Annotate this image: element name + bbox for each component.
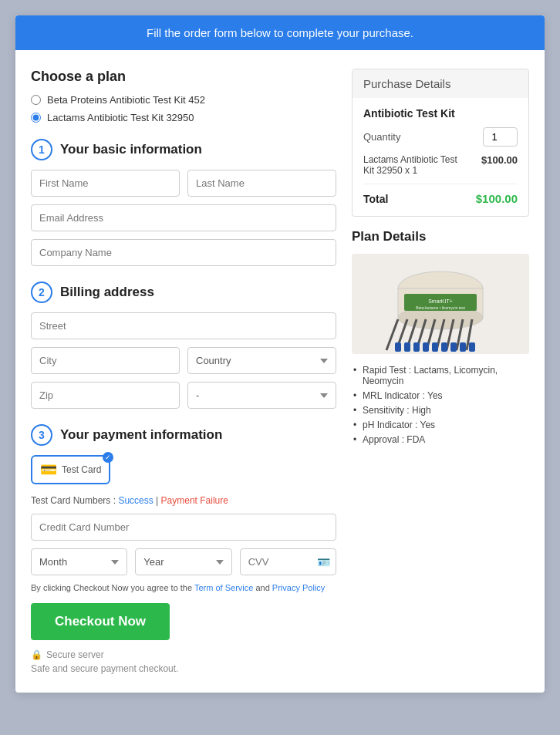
state-field: - — [187, 382, 336, 409]
state-select[interactable]: - — [187, 382, 336, 409]
success-link[interactable]: Success — [118, 495, 153, 506]
purchase-details-title: Purchase Details — [353, 69, 528, 98]
plan-lactams-label: Lactams Antibiotic Test Kit 32950 — [47, 112, 194, 123]
company-field — [31, 239, 336, 266]
country-field: Country United States Canada — [187, 347, 336, 374]
cc-number-input[interactable] — [31, 514, 336, 541]
step3-label: Your payment information — [60, 427, 222, 443]
selected-checkmark: ✓ — [103, 452, 113, 463]
cc-number-field — [31, 514, 336, 541]
checkout-button[interactable]: Checkout Now — [31, 603, 170, 640]
quantity-row: Quantity — [363, 127, 518, 147]
city-input[interactable] — [31, 347, 180, 374]
name-row — [31, 170, 336, 197]
total-divider — [363, 184, 518, 184]
first-name-field — [31, 170, 180, 197]
svg-rect-18 — [413, 342, 420, 352]
product-name: Antibiotic Test Kit — [363, 107, 518, 120]
credit-card-icon: 💳 — [40, 461, 57, 478]
email-row — [31, 204, 336, 231]
plan-features: Rapid Test : Lactams, Licomycin, Neomyci… — [352, 365, 529, 445]
plan-beta-label: Beta Proteins Antibiotic Test Kit 452 — [47, 94, 205, 106]
svg-rect-22 — [450, 342, 457, 352]
month-field: Month 01 02 03 04 05 06 07 08 09 10 11 1… — [31, 548, 127, 575]
month-select[interactable]: Month 01 02 03 04 05 06 07 08 09 10 11 1… — [31, 548, 127, 575]
email-input[interactable] — [31, 204, 336, 231]
choose-plan-title: Choose a plan — [31, 69, 336, 85]
failure-link[interactable]: Payment Failure — [161, 495, 228, 506]
street-input[interactable] — [31, 312, 336, 339]
payment-cards: 💳 Test Card ✓ — [31, 455, 336, 484]
secure-label: Secure server — [46, 649, 104, 660]
main-content: Choose a plan Beta Proteins Antibiotic T… — [15, 50, 545, 693]
plan-radio-beta[interactable] — [31, 95, 41, 105]
cvv-card-icon: 🪪 — [317, 556, 330, 568]
plan-radio-lactams[interactable] — [31, 113, 41, 123]
purchase-details-box: Purchase Details Antibiotic Test Kit Qua… — [352, 69, 529, 217]
cvv-field: 🪪 — [240, 548, 336, 575]
step3-heading: 3 Your payment information — [31, 424, 336, 446]
privacy-link[interactable]: Privacy Policy — [272, 583, 325, 592]
svg-rect-19 — [423, 342, 429, 352]
total-label: Total — [363, 193, 388, 205]
first-name-input[interactable] — [31, 170, 180, 197]
banner-text: Fill the order form below to complete yo… — [147, 26, 413, 39]
country-select[interactable]: Country United States Canada — [187, 347, 336, 374]
year-select[interactable]: Year 2024 2025 2026 2027 2028 — [135, 548, 231, 575]
total-price: $100.00 — [476, 192, 518, 205]
svg-rect-23 — [460, 342, 466, 352]
feature-5: Approval : FDA — [352, 434, 529, 445]
company-row — [31, 239, 336, 266]
svg-rect-21 — [441, 342, 447, 352]
street-row — [31, 312, 336, 339]
plan-details: Plan Details SmarKIT+ Beta-lactams • lic… — [352, 229, 529, 445]
svg-text:SmarKIT+: SmarKIT+ — [428, 298, 453, 304]
zip-field — [31, 382, 180, 409]
secure-info: 🔒 Secure server — [31, 649, 336, 660]
step3-circle: 3 — [31, 424, 52, 446]
zip-state-row: - — [31, 382, 336, 409]
item-price: $100.00 — [481, 154, 518, 166]
feature-3: Sensitivity : High — [352, 405, 529, 416]
lock-icon: 🔒 — [31, 649, 42, 660]
svg-rect-16 — [395, 342, 401, 352]
item-name: Lactams Antibiotic TestKit 32950 x 1 — [363, 154, 457, 176]
step2-heading: 2 Billing address — [31, 282, 336, 303]
city-country-row: Country United States Canada — [31, 347, 336, 374]
plan-option-beta[interactable]: Beta Proteins Antibiotic Test Kit 452 — [31, 94, 336, 106]
feature-1: Rapid Test : Lactams, Licomycin, Neomyci… — [352, 365, 529, 386]
step2-label: Billing address — [60, 285, 154, 300]
left-column: Choose a plan Beta Proteins Antibiotic T… — [31, 69, 336, 674]
feature-2: MRL Indicator : Yes — [352, 390, 529, 401]
test-card-option[interactable]: 💳 Test Card ✓ — [31, 455, 110, 484]
email-field — [31, 204, 336, 231]
quantity-label: Quantity — [363, 131, 400, 143]
plan-option-lactams[interactable]: Lactams Antibiotic Test Kit 32950 — [31, 112, 336, 123]
plan-details-title: Plan Details — [352, 229, 529, 244]
year-field: Year 2024 2025 2026 2027 2028 — [135, 548, 231, 575]
svg-rect-20 — [432, 342, 438, 352]
svg-rect-17 — [404, 342, 410, 352]
item-row: Lactams Antibiotic TestKit 32950 x 1 $10… — [363, 154, 518, 176]
last-name-input[interactable] — [187, 170, 336, 197]
step1-label: Your basic information — [60, 142, 202, 157]
test-card-label: Test Card — [62, 464, 101, 475]
page-wrapper: Fill the order form below to complete yo… — [15, 15, 545, 693]
street-field — [31, 312, 336, 339]
total-row: Total $100.00 — [363, 192, 518, 205]
city-field — [31, 347, 180, 374]
terms-text: By clicking Checkout Now you agree to th… — [31, 583, 336, 592]
right-column: Purchase Details Antibiotic Test Kit Qua… — [352, 69, 529, 674]
last-name-field — [187, 170, 336, 197]
kit-image: SmarKIT+ Beta-lactams • licomycin test — [352, 254, 529, 354]
step1-heading: 1 Your basic information — [31, 139, 336, 160]
svg-text:Beta-lactams • licomycin test: Beta-lactams • licomycin test — [416, 305, 465, 310]
step2-circle: 2 — [31, 282, 52, 303]
feature-4: pH Indicator : Yes — [352, 420, 529, 430]
quantity-input[interactable] — [483, 127, 518, 147]
zip-input[interactable] — [31, 382, 180, 409]
company-input[interactable] — [31, 239, 336, 266]
expiry-cvv-row: Month 01 02 03 04 05 06 07 08 09 10 11 1… — [31, 548, 336, 575]
test-card-numbers: Test Card Numbers : Success | Payment Fa… — [31, 495, 336, 506]
tos-link[interactable]: Term of Service — [194, 583, 253, 592]
